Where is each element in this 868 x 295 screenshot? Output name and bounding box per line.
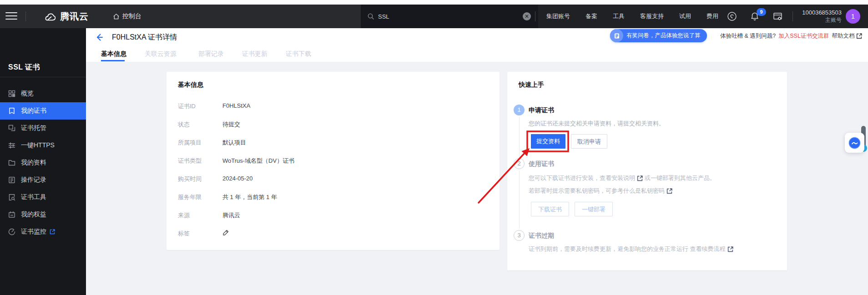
menu-item-tools[interactable]: 工具 bbox=[605, 12, 632, 20]
sliders-icon bbox=[8, 142, 15, 149]
cloud-logo-icon bbox=[43, 12, 56, 22]
info-label: 标签 bbox=[178, 230, 190, 238]
info-label: 状态 bbox=[178, 120, 190, 129]
sidebar-item-cert-hosting[interactable]: 证书托管 bbox=[0, 120, 86, 137]
sidebar-item-my-materials[interactable]: 我的资料 bbox=[0, 154, 86, 171]
sidebar-item-label: 证书托管 bbox=[21, 124, 46, 132]
quick-start-card bbox=[507, 72, 787, 270]
benefits-icon bbox=[8, 211, 15, 218]
menu-item-group-account[interactable]: 集团账号 bbox=[539, 12, 578, 20]
cancel-apply-button[interactable]: 取消申请 bbox=[571, 134, 607, 149]
sidebar-item-my-certificates[interactable]: 我的证书 bbox=[0, 102, 86, 120]
console-settings-icon[interactable] bbox=[772, 11, 783, 21]
survey-text: 有奖问卷，产品体验您说了算 bbox=[626, 32, 701, 40]
info-label: 证书ID bbox=[178, 102, 196, 110]
global-search-input[interactable]: SSL bbox=[361, 5, 538, 28]
info-label: 来源 bbox=[178, 211, 190, 220]
feedback-icon bbox=[848, 137, 861, 149]
sidebar-item-operation-log[interactable]: 操作记录 bbox=[0, 171, 86, 189]
basic-info-card bbox=[167, 72, 500, 250]
service-years-value: 共 1 年，当前第 1 年 bbox=[222, 193, 277, 201]
join-group-link[interactable]: 加入SSL证书交流群 bbox=[778, 32, 829, 40]
step-connector bbox=[519, 117, 520, 157]
survey-banner[interactable]: 有奖问卷，产品体验您说了算 bbox=[610, 29, 707, 42]
feedback-float-button[interactable] bbox=[845, 133, 864, 153]
log-icon bbox=[8, 176, 15, 184]
certificate-icon bbox=[8, 107, 15, 115]
survey-doc-icon bbox=[610, 29, 623, 42]
sidebar-item-label: 证书工具 bbox=[21, 193, 46, 201]
home-icon bbox=[113, 13, 120, 20]
sidebar-item-label: 证书监控 bbox=[21, 228, 46, 236]
external-link-icon[interactable] bbox=[637, 175, 643, 181]
one-click-deploy-button[interactable]: 一键部署 bbox=[575, 202, 613, 216]
cert-type-value: WoTrus-域名型（DV）证书 bbox=[222, 157, 294, 165]
desc-text: 您可以下载证书进行安装，查看安装说明 bbox=[529, 174, 635, 182]
hamburger-menu-icon[interactable] bbox=[5, 12, 17, 20]
service-icon[interactable] bbox=[727, 11, 737, 21]
sidebar-title: SSL 证书 bbox=[8, 63, 40, 72]
menu-item-support[interactable]: 客服支持 bbox=[632, 12, 671, 20]
step-3-circle: 3 bbox=[514, 230, 525, 241]
external-link-icon[interactable] bbox=[666, 188, 672, 194]
desc-text: 若部署时提示需要私钥密码，可参考什么是私钥密码 bbox=[529, 187, 665, 195]
console-label: 控制台 bbox=[122, 12, 141, 20]
step-1-circle: 1 bbox=[514, 105, 525, 115]
browser-top-strip bbox=[0, 0, 868, 5]
menu-item-billing[interactable]: 费用 bbox=[699, 12, 726, 20]
console-nav-link[interactable]: 控制台 bbox=[113, 12, 141, 20]
step-1-desc: 您的证书还未提交相关申请资料，请提交相关资料。 bbox=[529, 120, 665, 128]
tab-deploy-records[interactable]: 部署记录 bbox=[198, 50, 224, 58]
active-tab-underline bbox=[101, 60, 125, 61]
sidebar-item-overview[interactable]: 概览 bbox=[0, 85, 86, 102]
step-2-desc-line1: 您可以下载证书进行安装，查看安装说明 或一键部署到其他云产品。 bbox=[529, 174, 716, 182]
step-2-circle: 2 bbox=[514, 158, 525, 169]
project-value: 默认项目 bbox=[222, 139, 246, 147]
sidebar-item-cert-tools[interactable]: 证书工具 bbox=[0, 189, 86, 206]
help-doc-link[interactable]: 帮助文档 bbox=[832, 32, 854, 40]
tab-basic-info[interactable]: 基本信息 bbox=[101, 50, 126, 58]
quick-start-title: 快速上手 bbox=[519, 81, 544, 89]
sidebar-item-cert-monitor[interactable]: 证书监控 bbox=[0, 223, 86, 240]
download-cert-button[interactable]: 下载证书 bbox=[531, 202, 569, 216]
nav-divider bbox=[535, 11, 535, 21]
search-icon bbox=[367, 13, 374, 20]
step-1-title: 申请证书 bbox=[529, 106, 554, 115]
search-clear-icon[interactable]: ✕ bbox=[523, 12, 531, 20]
step-connector bbox=[519, 170, 520, 229]
desc-text: 证书到期前，需要及时续费更新，避免影响您的业务正常运行 查看续费流程 bbox=[529, 245, 726, 253]
folder-icon bbox=[8, 159, 15, 166]
external-link-icon bbox=[50, 229, 55, 235]
tab-related-resources[interactable]: 关联云资源 bbox=[145, 50, 177, 58]
edit-tag-icon[interactable] bbox=[222, 229, 229, 236]
nav-divider bbox=[792, 11, 793, 21]
hosting-icon bbox=[8, 125, 15, 132]
step-3-title: 证书过期 bbox=[529, 232, 554, 240]
back-arrow-icon[interactable] bbox=[94, 32, 104, 42]
feedback-text: 体验吐槽 & 遇到问题? bbox=[720, 32, 776, 40]
tencent-cloud-logo[interactable]: 腾讯云 bbox=[43, 10, 89, 23]
cert-id-value: F0HLStXA bbox=[222, 102, 250, 109]
tab-cert-download[interactable]: 证书下载 bbox=[286, 50, 311, 58]
sidebar-item-label: 我的资料 bbox=[21, 159, 46, 167]
source-value: 腾讯云 bbox=[222, 211, 240, 220]
info-label: 购买时间 bbox=[178, 175, 202, 183]
info-label: 证书类型 bbox=[178, 157, 202, 165]
info-label: 服务年限 bbox=[178, 193, 202, 201]
step-2-title: 使用证书 bbox=[529, 160, 554, 168]
tab-cert-renewal[interactable]: 证书更新 bbox=[242, 50, 267, 58]
avatar[interactable]: 1 bbox=[846, 9, 860, 24]
grid-icon bbox=[8, 90, 15, 97]
submit-info-button[interactable]: 提交资料 bbox=[531, 134, 565, 149]
sidebar-item-my-benefits[interactable]: 我的权益 bbox=[0, 206, 86, 223]
sidebar-item-label: 操作记录 bbox=[21, 176, 46, 184]
account-info[interactable]: 100036853503 主账号 bbox=[798, 9, 842, 24]
sidebar-item-one-click-https[interactable]: 一键HTTPS bbox=[0, 137, 86, 154]
menu-item-icp[interactable]: 备案 bbox=[578, 12, 605, 20]
sidebar-item-label: 我的权益 bbox=[21, 210, 46, 219]
menu-item-trial[interactable]: 试用 bbox=[671, 12, 699, 20]
search-value: SSL bbox=[378, 13, 389, 20]
external-link-icon[interactable] bbox=[727, 246, 733, 252]
tools-icon bbox=[8, 194, 15, 201]
step-3-desc: 证书到期前，需要及时续费更新，避免影响您的业务正常运行 查看续费流程 bbox=[529, 245, 733, 253]
